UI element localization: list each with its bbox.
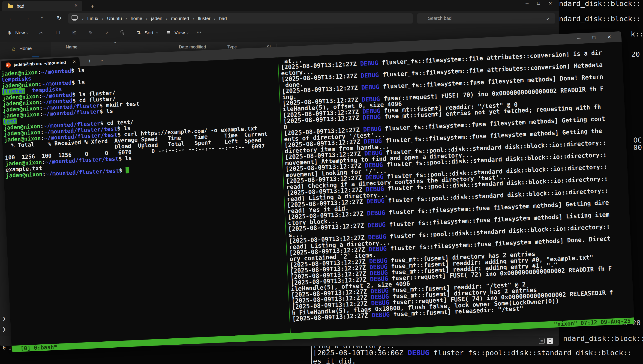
chevron-down-icon: ⌄	[26, 30, 29, 34]
background-text-fragment: OC	[633, 136, 642, 144]
sort-ascending-icon: ⌃	[114, 41, 117, 46]
crumb-bad[interactable]: bad	[219, 16, 227, 21]
folder-icon	[8, 3, 14, 9]
toolbar-divider	[131, 29, 131, 38]
crumb-separator: ›	[193, 16, 194, 21]
sort-button[interactable]: Sort	[145, 30, 154, 36]
thumbnail-view-icon	[549, 339, 551, 343]
tab-title: bad	[17, 4, 24, 9]
breadcrumb[interactable]: › Linux › Ubuntu › home › jaden › mounte…	[68, 14, 413, 24]
background-text-fragment: es it did.	[313, 357, 356, 364]
monitor-icon	[72, 15, 78, 22]
home-icon: ⌂	[12, 46, 16, 52]
crumb-mounted[interactable]: mounted	[171, 16, 189, 21]
terminal-new-tab-button[interactable]: ＋	[87, 57, 92, 64]
delete-icon[interactable]	[120, 30, 125, 36]
forward-button[interactable]: →	[25, 15, 30, 21]
background-text-fragment: ndard_disk::block::	[559, 0, 641, 8]
sidebar-item-home[interactable]: Home	[20, 46, 32, 51]
background-text-fragment: 00	[633, 144, 642, 151]
terminal-tab-close-icon[interactable]: ✕	[73, 59, 76, 64]
background-text-fragment: [2025-08-10T10:36:06Z DEBUG fluster_fs::…	[313, 349, 632, 356]
search-icon: ⌕	[546, 15, 549, 22]
refresh-button[interactable]: ↻	[57, 15, 61, 21]
explorer-tab-strip: bad ✕ ＋ ─ □ ✕	[0, 0, 559, 11]
paste-icon[interactable]: ⎘	[73, 30, 76, 36]
tab-close-icon[interactable]: ✕	[74, 3, 78, 8]
up-button[interactable]: ↑	[41, 15, 43, 21]
rename-icon[interactable]: ✎	[89, 30, 93, 36]
terminal-maximize-button[interactable]: □	[592, 35, 595, 40]
crumb-separator: ›	[214, 16, 216, 21]
crumb-separator: ›	[82, 16, 84, 21]
crumb-separator: ›	[126, 16, 127, 21]
share-icon[interactable]: ↗	[105, 30, 109, 36]
maximize-button[interactable]: □	[537, 1, 540, 6]
terminal-close-button[interactable]: ✕	[607, 34, 611, 40]
sort-icon: ⇅	[137, 30, 141, 36]
view-icon: ≣	[167, 30, 171, 36]
new-icon[interactable]: ⊕	[8, 30, 12, 36]
terminal-tab-title: jaden@nixon: ~/mounted	[14, 60, 66, 67]
background-text-fragment: 20	[631, 50, 640, 58]
minimize-button[interactable]: ─	[525, 1, 528, 6]
cut-icon[interactable]: ✂	[39, 30, 43, 36]
terminal-minimize-button[interactable]: ─	[577, 36, 581, 41]
toolbar-divider	[33, 29, 33, 38]
explorer-address-row: ← → ↑ ↻ › Linux › Ubuntu › home › jaden …	[0, 11, 559, 26]
column-header-name[interactable]: Name	[66, 44, 78, 50]
background-text-fragment: ndard_disk::block::	[563, 334, 643, 342]
more-options-button[interactable]: •••	[197, 30, 202, 34]
search-placeholder: Search bad	[428, 16, 451, 21]
terminal-window: jaden@nixon: ~/mounted ✕ ＋ ⌄ ─ □ ✕ jaden…	[0, 31, 634, 352]
search-box[interactable]: Search bad ⌕	[417, 14, 555, 24]
crumb-separator: ›	[146, 16, 147, 21]
background-text-fragment: ndard_disk::block::	[559, 15, 641, 22]
bash-pane[interactable]: jaden@nixon:~/mounted$ lstempdisksjaden@…	[1, 58, 282, 179]
terminal-dropdown-icon[interactable]: ⌄	[100, 57, 104, 62]
thumbnail-view-button[interactable]	[547, 338, 553, 344]
log-pane[interactable]: at...[2025-08-09T13:12:27Z DEBUG fluster…	[280, 43, 632, 322]
crumb-separator: ›	[166, 16, 167, 21]
new-tab-button[interactable]: ＋	[90, 2, 95, 10]
column-header-date-modified[interactable]: Date modified	[179, 44, 206, 50]
crumb-home[interactable]: home	[131, 16, 142, 21]
crumb-fluster[interactable]: fluster	[198, 16, 210, 21]
copy-icon[interactable]: ❐	[56, 30, 60, 36]
back-button[interactable]: ←	[8, 15, 14, 21]
close-button[interactable]: ✕	[549, 1, 552, 6]
crumb-ubuntu[interactable]: Ubuntu	[107, 16, 122, 21]
chevron-down-icon: ⌄	[156, 30, 159, 34]
tmux-session[interactable]: jaden@nixon:~/mounted$ lstempdisksjaden@…	[0, 42, 634, 346]
background-text-fragment: k::	[631, 30, 643, 38]
ubuntu-icon	[6, 62, 11, 68]
chevron-down-icon: ⌄	[186, 30, 189, 34]
view-button[interactable]: View	[175, 30, 185, 36]
details-view-icon: ≣	[540, 339, 543, 343]
details-view-button[interactable]: ≣	[539, 338, 545, 344]
crumb-separator: ›	[102, 16, 103, 21]
explorer-tab-bad[interactable]: bad ✕	[2, 1, 82, 11]
crumb-jaden[interactable]: jaden	[151, 16, 162, 21]
crumb-linux[interactable]: Linux	[87, 16, 98, 21]
new-button[interactable]: New	[15, 30, 25, 36]
selected-item-sliver	[32, 56, 39, 58]
